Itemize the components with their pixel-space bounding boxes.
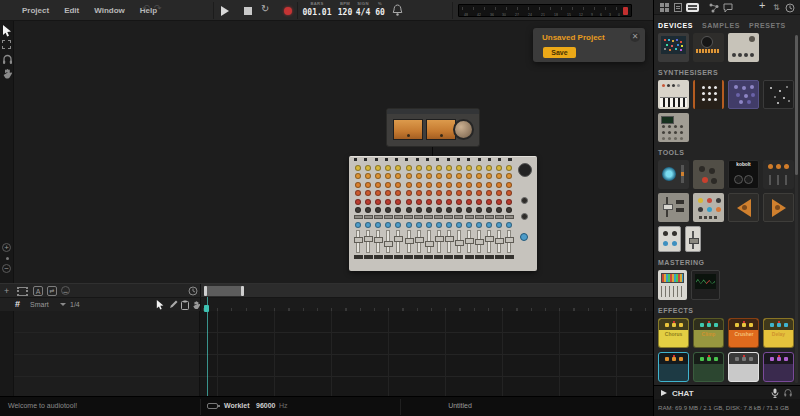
mixer-channel[interactable] <box>363 162 373 269</box>
mixer-channel[interactable] <box>353 162 363 269</box>
clip-indicator[interactable] <box>623 7 628 15</box>
mixer-knob[interactable] <box>476 165 482 171</box>
mixer-knob[interactable] <box>506 165 512 171</box>
mixer-knob[interactable] <box>436 199 442 205</box>
device-canvas[interactable]: Unsaved Project ✕ Save <box>14 21 653 283</box>
mixer-channel[interactable] <box>454 162 464 269</box>
device-matrix-mixer[interactable] <box>658 33 689 62</box>
film-track-icon[interactable] <box>17 287 28 296</box>
mixer-knob[interactable] <box>446 165 452 171</box>
grid-icon[interactable]: # <box>15 299 20 309</box>
mixer-fader-thumb[interactable] <box>415 237 424 243</box>
mixer-knob[interactable] <box>416 165 422 171</box>
swap-icon[interactable]: ⇄ <box>47 286 57 296</box>
mixer-knob[interactable] <box>486 190 492 196</box>
mixer-knob[interactable] <box>476 182 482 188</box>
mixer-knob[interactable] <box>365 190 371 196</box>
save-button[interactable]: Save <box>543 47 576 58</box>
loop-icon[interactable]: ↻ <box>261 3 269 14</box>
mixer-knob[interactable] <box>355 190 361 196</box>
mixer-channel[interactable] <box>373 162 383 269</box>
redo-icon[interactable]: ↷ <box>154 3 162 13</box>
mixer-fader-thumb[interactable] <box>394 236 403 242</box>
pencil-tool-icon[interactable] <box>169 300 178 309</box>
mixer-fader[interactable] <box>376 230 380 253</box>
menu-window[interactable]: Window <box>94 6 125 15</box>
device-small-knobs-tool[interactable] <box>658 226 681 252</box>
timeline-ruler[interactable] <box>200 298 653 312</box>
mixer-fader[interactable] <box>386 230 390 253</box>
range-handle-left[interactable] <box>204 286 207 296</box>
add-icon[interactable]: + <box>759 1 765 10</box>
panel-scrollbar[interactable] <box>795 35 798 383</box>
sort-icon[interactable]: ⇅ <box>773 3 780 12</box>
mixer-knob[interactable] <box>406 182 412 188</box>
mixer-channel[interactable] <box>403 162 413 269</box>
mixer-fader[interactable] <box>427 230 431 253</box>
mixer-fader-thumb[interactable] <box>445 236 454 242</box>
mixer-knob[interactable] <box>416 182 422 188</box>
mixer-knob[interactable] <box>406 165 412 171</box>
mixer-knob[interactable] <box>466 173 472 179</box>
mixer-knob[interactable] <box>456 207 462 213</box>
mixer-knob[interactable] <box>355 173 361 179</box>
master-volume-knob[interactable] <box>453 119 474 140</box>
routing-icon[interactable] <box>709 3 719 13</box>
device-delay-pedal[interactable]: Delay <box>763 318 794 348</box>
zoom-out-icon[interactable]: − <box>2 264 11 273</box>
mixer-channel[interactable] <box>434 162 444 269</box>
device-waveform-mastering[interactable] <box>691 270 720 300</box>
mixer-fader-thumb[interactable] <box>505 237 514 243</box>
mixer-knob[interactable] <box>456 165 462 171</box>
mixer-fader-thumb[interactable] <box>384 241 393 247</box>
mixer-knob[interactable] <box>496 199 502 205</box>
device-keyboard-synth[interactable] <box>658 80 689 109</box>
mixer-fader[interactable] <box>366 230 370 253</box>
mixer-master-knob[interactable] <box>518 163 532 177</box>
tab-samples[interactable]: SAMPLES <box>702 22 740 29</box>
mixer-fader[interactable] <box>437 230 441 253</box>
mixer-knob[interactable] <box>456 190 462 196</box>
device-pedal-purple[interactable] <box>763 352 794 382</box>
mixer-knob[interactable] <box>426 182 432 188</box>
device-climp-pedal[interactable]: Climp <box>693 318 724 348</box>
mixer-knob[interactable] <box>426 165 432 171</box>
mixer-knob[interactable] <box>506 182 512 188</box>
mixer-knob[interactable] <box>375 207 381 213</box>
mixer-knob[interactable] <box>456 182 462 188</box>
mixer-knob[interactable] <box>385 199 391 205</box>
mixer-knob[interactable] <box>446 207 452 213</box>
mixer-knob[interactable] <box>466 190 472 196</box>
mixer-fader[interactable] <box>356 230 360 253</box>
automation-icon[interactable]: A <box>33 286 43 296</box>
mixer-knob[interactable] <box>416 173 422 179</box>
grid-view-icon[interactable] <box>660 3 669 12</box>
mixer-fader-thumb[interactable] <box>354 237 363 243</box>
menu-project[interactable]: Project <box>22 6 49 15</box>
mixer-channel[interactable] <box>464 162 474 269</box>
overview-range-thumb[interactable] <box>204 286 244 296</box>
device-crusher-pedal[interactable]: Crusher <box>728 318 759 348</box>
mixer-knob[interactable] <box>506 207 512 213</box>
mic-icon[interactable] <box>771 388 779 398</box>
close-icon[interactable]: ✕ <box>630 32 640 42</box>
mixer-knob[interactable] <box>476 199 482 205</box>
device-pulverisateur[interactable] <box>728 80 759 109</box>
mixer-knob[interactable] <box>436 190 442 196</box>
play-button[interactable] <box>221 6 229 16</box>
mixer-knob[interactable] <box>406 173 412 179</box>
device-kobolt[interactable]: kobolt <box>728 160 759 189</box>
mixer-fader-thumb[interactable] <box>475 239 484 245</box>
mixer-fader-thumb[interactable] <box>435 236 444 242</box>
mixer-knob[interactable] <box>375 190 381 196</box>
mixer-knob[interactable] <box>486 199 492 205</box>
mixer-fader[interactable] <box>467 230 471 253</box>
mixer-fader[interactable] <box>507 230 511 253</box>
mixer-aux-knob[interactable] <box>521 213 528 220</box>
chat-bubble-icon[interactable] <box>723 3 733 13</box>
mixer-knob[interactable] <box>395 182 401 188</box>
mixer-fader-thumb[interactable] <box>425 241 434 247</box>
mixer-knob[interactable] <box>406 190 412 196</box>
collapse-icon[interactable]: − <box>61 286 70 295</box>
bars-value[interactable]: 001.01 <box>300 8 334 17</box>
